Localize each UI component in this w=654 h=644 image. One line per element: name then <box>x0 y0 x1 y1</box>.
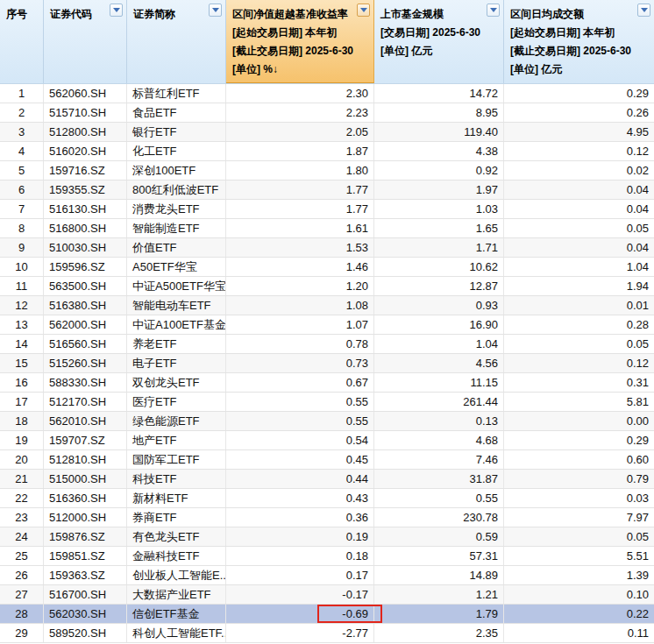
cell-code[interactable]: 159707.SZ <box>44 431 127 449</box>
cell-index[interactable]: 12 <box>0 296 44 315</box>
cell-code[interactable]: 589520.SH <box>44 624 127 642</box>
cell-name[interactable]: 中证A100ETF基金 <box>127 315 226 334</box>
cell-code[interactable]: 159363.SZ <box>44 566 127 584</box>
cell-name[interactable]: 电子ETF <box>127 354 226 372</box>
cell-avg-turnover[interactable]: 0.26 <box>504 103 654 122</box>
cell-code[interactable]: 512810.SH <box>44 450 127 469</box>
cell-excess-return-red-boxed[interactable]: -0.69 <box>226 605 374 623</box>
table-row[interactable]: 17512170.SH医疗ETF0.55261.445.81 <box>0 393 654 412</box>
cell-avg-turnover[interactable]: 0.04 <box>504 200 654 218</box>
cell-excess-return[interactable]: 0.55 <box>226 412 374 430</box>
cell-excess-return[interactable]: 2.30 <box>226 84 374 103</box>
cell-index[interactable]: 29 <box>0 624 44 642</box>
cell-fund-size[interactable]: 31.87 <box>374 470 504 488</box>
cell-fund-size[interactable]: 7.46 <box>374 450 504 469</box>
table-row[interactable]: 7516130.SH消费龙头ETF1.771.030.04 <box>0 200 654 219</box>
table-row[interactable]: 1562060.SH标普红利ETF2.3014.720.29 <box>0 84 654 103</box>
cell-index[interactable]: 14 <box>0 335 44 353</box>
cell-fund-size[interactable]: 57.31 <box>374 547 504 565</box>
cell-fund-size[interactable]: 12.87 <box>374 277 504 295</box>
cell-excess-return[interactable]: 1.61 <box>226 219 374 237</box>
cell-code[interactable]: 563500.SH <box>44 277 127 295</box>
cell-avg-turnover[interactable]: 1.39 <box>504 566 654 584</box>
table-row[interactable]: 16588330.SH双创龙头ETF0.6711.150.31 <box>0 373 654 393</box>
table-row[interactable]: 13562000.SH中证A100ETF基金1.0716.900.28 <box>0 315 654 335</box>
cell-code[interactable]: 516360.SH <box>44 489 127 507</box>
cell-index[interactable]: 27 <box>0 585 44 604</box>
cell-code[interactable]: 516700.SH <box>44 585 127 604</box>
cell-excess-return[interactable]: -2.77 <box>226 624 374 642</box>
cell-code[interactable]: 512000.SH <box>44 508 127 527</box>
cell-name[interactable]: 智能电动车ETF <box>127 296 226 315</box>
cell-avg-turnover[interactable]: 0.05 <box>504 219 654 237</box>
cell-name[interactable]: 化工ETF <box>127 142 226 160</box>
cell-name[interactable]: 地产ETF <box>127 431 226 449</box>
cell-name[interactable]: 中证A500ETF华宝 <box>127 277 226 295</box>
filter-dropdown-button[interactable] <box>357 4 370 17</box>
cell-index[interactable]: 22 <box>0 489 44 507</box>
cell-excess-return[interactable]: 0.36 <box>226 508 374 527</box>
cell-avg-turnover[interactable]: 4.95 <box>504 123 654 141</box>
cell-name[interactable]: 信创ETF基金 <box>127 605 226 623</box>
cell-excess-return[interactable]: 1.77 <box>226 200 374 218</box>
cell-name[interactable]: 消费龙头ETF <box>127 200 226 218</box>
cell-fund-size[interactable]: 10.62 <box>374 258 504 276</box>
cell-code[interactable]: 562010.SH <box>44 412 127 430</box>
cell-avg-turnover[interactable]: 0.60 <box>504 450 654 469</box>
cell-excess-return[interactable]: 0.18 <box>226 547 374 565</box>
cell-code[interactable]: 516800.SH <box>44 219 127 237</box>
filter-dropdown-button[interactable] <box>110 4 123 17</box>
cell-avg-turnover[interactable]: 0.29 <box>504 84 654 103</box>
cell-excess-return[interactable]: 0.78 <box>226 335 374 353</box>
cell-code[interactable]: 159716.SZ <box>44 161 127 180</box>
cell-fund-size[interactable]: 0.13 <box>374 412 504 430</box>
table-row[interactable]: 6159355.SZ800红利低波ETF1.771.970.04 <box>0 180 654 200</box>
cell-fund-size[interactable]: 1.79 <box>374 605 504 623</box>
cell-excess-return[interactable]: 2.23 <box>226 103 374 122</box>
cell-avg-turnover[interactable]: 0.01 <box>504 296 654 315</box>
table-row[interactable]: 26159363.SZ创业板人工智能E...0.1714.891.39 <box>0 566 654 585</box>
cell-code[interactable]: 516020.SH <box>44 142 127 160</box>
table-row[interactable]: 15515260.SH电子ETF0.734.560.12 <box>0 354 654 373</box>
cell-avg-turnover[interactable]: 0.00 <box>504 412 654 430</box>
cell-fund-size[interactable]: 16.90 <box>374 315 504 334</box>
cell-code[interactable]: 562030.SH <box>44 605 127 623</box>
cell-fund-size[interactable]: 0.59 <box>374 527 504 546</box>
cell-name[interactable]: 智能制造ETF <box>127 219 226 237</box>
cell-index[interactable]: 17 <box>0 393 44 411</box>
cell-fund-size[interactable]: 261.44 <box>374 393 504 411</box>
cell-code[interactable]: 562000.SH <box>44 315 127 334</box>
cell-code[interactable]: 159355.SZ <box>44 180 127 199</box>
cell-avg-turnover[interactable]: 5.51 <box>504 547 654 565</box>
cell-excess-return[interactable]: 1.80 <box>226 161 374 180</box>
cell-index[interactable]: 28 <box>0 605 44 623</box>
cell-excess-return[interactable]: 1.77 <box>226 180 374 199</box>
cell-avg-turnover[interactable]: 0.22 <box>504 605 654 623</box>
column-header-excess-return-sorted[interactable]: 区间净值超越基准收益率 [起始交易日期] 本年初 [截止交易日期] 2025-6… <box>226 0 374 83</box>
cell-index[interactable]: 13 <box>0 315 44 334</box>
filter-dropdown-button[interactable] <box>637 4 650 17</box>
cell-fund-size[interactable]: 1.65 <box>374 219 504 237</box>
cell-code[interactable]: 515000.SH <box>44 470 127 488</box>
cell-index[interactable]: 18 <box>0 412 44 430</box>
table-row-selected[interactable]: 28562030.SH信创ETF基金-0.691.790.22 <box>0 605 654 624</box>
cell-index[interactable]: 20 <box>0 450 44 469</box>
cell-index[interactable]: 23 <box>0 508 44 527</box>
table-row[interactable]: 4516020.SH化工ETF1.874.380.12 <box>0 142 654 161</box>
cell-avg-turnover[interactable]: 0.04 <box>504 180 654 199</box>
cell-avg-turnover[interactable]: 1.04 <box>504 258 654 276</box>
cell-excess-return[interactable]: 0.67 <box>226 373 374 392</box>
table-row[interactable]: 14516560.SH养老ETF0.781.040.05 <box>0 335 654 354</box>
cell-index[interactable]: 2 <box>0 103 44 122</box>
cell-avg-turnover[interactable]: 0.04 <box>504 238 654 257</box>
cell-name[interactable]: 食品ETF <box>127 103 226 122</box>
table-row[interactable]: 24159876.SZ有色龙头ETF0.190.590.05 <box>0 527 654 547</box>
cell-avg-turnover[interactable]: 0.79 <box>504 470 654 488</box>
column-header-avg-turnover[interactable]: 区间日均成交额 [起始交易日期] 本年初 [截止交易日期] 2025-6-30 … <box>504 0 654 83</box>
table-row[interactable]: 3512800.SH银行ETF2.05119.404.95 <box>0 123 654 142</box>
cell-fund-size[interactable]: 0.93 <box>374 296 504 315</box>
cell-code[interactable]: 512800.SH <box>44 123 127 141</box>
cell-excess-return[interactable]: 1.07 <box>226 315 374 334</box>
column-header-code[interactable]: 证券代码 <box>44 0 127 83</box>
cell-fund-size[interactable]: 0.55 <box>374 489 504 507</box>
